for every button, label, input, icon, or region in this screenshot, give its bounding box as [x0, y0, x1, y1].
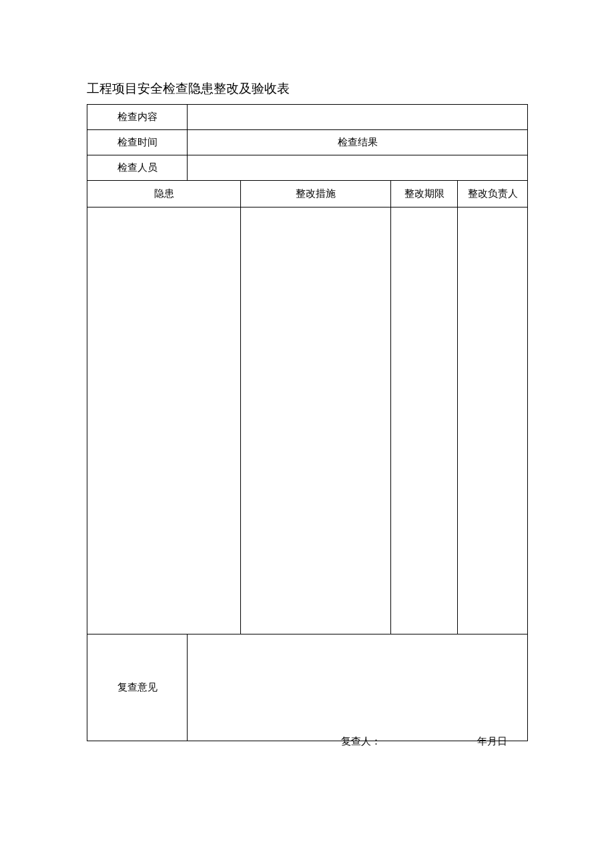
label-review-signer: 复查人： — [341, 735, 381, 748]
label-check-person: 检查人员 — [87, 155, 188, 181]
header-measure: 整改措施 — [241, 181, 391, 207]
row-check-person: 检查人员 — [87, 155, 528, 181]
row-check-time: 检查时间 检查结果 — [87, 130, 528, 155]
cell-deadline[interactable] — [391, 207, 458, 634]
label-check-time: 检查时间 — [87, 130, 188, 155]
header-hazard: 隐患 — [87, 181, 241, 207]
label-review: 复查意见 — [87, 634, 188, 741]
inspection-form-table: 检查内容 检查时间 检查结果 检查人员 隐患 整改措施 整改期限 整改负责人 复… — [87, 104, 528, 741]
value-check-content[interactable] — [188, 105, 528, 130]
cell-responsible[interactable] — [458, 207, 528, 634]
cell-hazard[interactable] — [87, 207, 241, 634]
row-check-content: 检查内容 — [87, 105, 528, 130]
cell-measure[interactable] — [241, 207, 391, 634]
label-check-result: 检查结果 — [188, 130, 528, 155]
label-review-date: 年月日 — [477, 735, 507, 748]
value-check-person[interactable] — [188, 155, 528, 181]
cell-review-content[interactable]: 复查人： 年月日 — [188, 634, 528, 741]
row-body-content — [87, 207, 528, 634]
header-deadline: 整改期限 — [391, 181, 458, 207]
row-review: 复查意见 复查人： 年月日 — [87, 634, 528, 741]
form-title: 工程项目安全检查隐患整改及验收表 — [87, 80, 527, 97]
label-check-content: 检查内容 — [87, 105, 188, 130]
header-responsible: 整改负责人 — [458, 181, 528, 207]
row-column-headers: 隐患 整改措施 整改期限 整改负责人 — [87, 181, 528, 207]
